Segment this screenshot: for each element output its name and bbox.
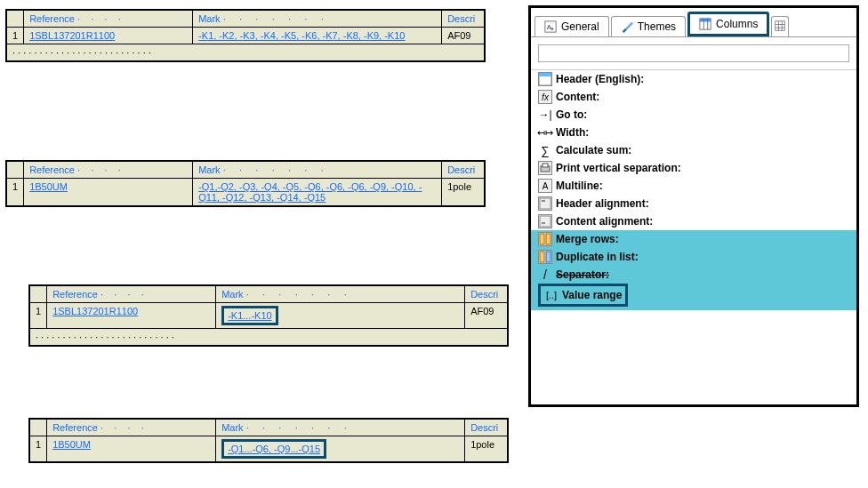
brush-icon xyxy=(621,20,633,33)
value-range-highlight: [..] Value range xyxy=(538,284,628,307)
rownum-header xyxy=(29,419,47,436)
width-icon: ↤↦ xyxy=(538,125,552,140)
col-mark-header[interactable]: Mark · · · · · · · xyxy=(193,161,442,179)
svg-rect-13 xyxy=(539,73,551,76)
prop-goto[interactable]: →| Go to: xyxy=(531,106,856,124)
reference-cell[interactable]: 1B50UM xyxy=(24,179,193,207)
bom-table-bottom-1: Reference · · · · Mark · · · · · · · Des… xyxy=(28,284,509,347)
separator-icon: / xyxy=(538,268,552,282)
reference-cell[interactable]: 1B50UM xyxy=(47,436,216,463)
rownum-header xyxy=(29,285,47,303)
table-row[interactable]: 1 1B50UM -Q1,-Q2, -Q3, -Q4, -Q5, -Q6, -Q… xyxy=(6,179,485,207)
tab-label: Columns xyxy=(716,18,758,30)
bom-table-top-2: Reference · · · · Mark · · · · · · · Des… xyxy=(5,160,486,207)
duplicate-icon xyxy=(538,250,552,264)
table-row[interactable]: 1 1SBL137201R1100 -K1, -K2, -K3, -K4, -K… xyxy=(6,28,485,44)
mark-cell[interactable]: -Q1,-Q2, -Q3, -Q4, -Q5, -Q6, -Q6, -Q6, -… xyxy=(193,179,442,207)
prop-merge-rows[interactable]: Merge rows: xyxy=(531,230,856,248)
svg-rect-4 xyxy=(700,19,711,22)
mark-cell[interactable]: -K1, -K2, -K3, -K4, -K5, -K6, -K7, -K8, … xyxy=(193,28,442,44)
prop-width[interactable]: ↤↦ Width: xyxy=(531,124,856,141)
prop-print-separation[interactable]: Print vertical separation: xyxy=(531,159,856,177)
col-reference-header[interactable]: Reference · · · · xyxy=(47,419,216,436)
properties-panel: Aa General Themes Columns xyxy=(528,5,859,407)
grid-icon xyxy=(775,20,785,33)
col-mark-header[interactable]: Mark · · · · · · · xyxy=(216,285,465,303)
tab-bar: Aa General Themes Columns xyxy=(531,8,856,37)
svg-rect-20 xyxy=(540,234,544,244)
description-cell: AF09 xyxy=(442,28,485,44)
col-description-header[interactable]: Descri xyxy=(442,161,485,179)
bom-table-bottom-2: Reference · · · · Mark · · · · · · · Des… xyxy=(28,418,509,463)
mark-cell[interactable]: -K1...-K10 xyxy=(216,303,465,329)
sigma-icon: ∑ xyxy=(538,143,552,157)
description-cell: AF09 xyxy=(465,303,508,329)
align-content-icon xyxy=(538,214,552,228)
rownum-cell: 1 xyxy=(29,303,47,329)
prop-content[interactable]: fx Content: xyxy=(531,88,856,106)
description-cell: 1pole xyxy=(442,179,485,207)
svg-rect-23 xyxy=(546,252,551,262)
prop-duplicate-in-list[interactable]: Duplicate in list: xyxy=(531,248,856,266)
mark-range-highlight: -K1...-K10 xyxy=(221,306,278,325)
merge-icon xyxy=(538,232,552,246)
spacer: · · · · · · · · · · · · · · · · · · · · … xyxy=(29,329,508,347)
spacer: · · · · · · · · · · · · · · · · · · · · … xyxy=(6,44,485,62)
text-icon: Aa xyxy=(544,20,557,33)
svg-rect-19 xyxy=(542,222,545,224)
goto-arrow-icon: →| xyxy=(538,108,552,122)
prop-header-alignment[interactable]: Header alignment: xyxy=(531,195,856,212)
prop-calculate-sum[interactable]: ∑ Calculate sum: xyxy=(531,141,856,159)
col-description-header[interactable]: Descri xyxy=(442,10,485,28)
col-description-header[interactable]: Descri xyxy=(465,419,508,436)
tab-label: General xyxy=(561,20,599,33)
tab-columns[interactable]: Columns xyxy=(687,12,769,36)
svg-rect-17 xyxy=(542,200,545,202)
mark-cell[interactable]: -Q1...-Q6, -Q9...-Q15 xyxy=(216,436,465,463)
svg-rect-15 xyxy=(542,164,548,167)
rownum-cell: 1 xyxy=(6,179,24,207)
prop-value-range[interactable]: [..] Value range xyxy=(531,284,856,310)
rownum-header xyxy=(6,10,24,28)
align-header-icon xyxy=(538,196,552,211)
range-icon: [..] xyxy=(544,288,559,302)
description-cell: 1pole xyxy=(465,436,508,463)
svg-rect-7 xyxy=(776,21,785,31)
col-reference-header[interactable]: Reference · · · · xyxy=(47,285,216,303)
tab-label: Themes xyxy=(638,20,676,33)
prop-header[interactable]: Header (English): xyxy=(531,70,856,88)
mark-range-highlight: -Q1...-Q6, -Q9...-Q15 xyxy=(221,439,326,459)
filter-input[interactable] xyxy=(538,44,849,62)
print-icon xyxy=(538,161,552,175)
prop-separator[interactable]: / Separator: xyxy=(531,266,856,284)
reference-cell[interactable]: 1SBL137201R1100 xyxy=(24,28,193,44)
bom-table-top-1: Reference · · · · Mark · · · · · · · Des… xyxy=(5,9,486,62)
col-mark-header[interactable]: Mark · · · · · · · xyxy=(193,10,442,28)
rownum-header xyxy=(6,161,24,179)
table-header-icon xyxy=(538,72,552,86)
prop-multiline[interactable]: A Multiline: xyxy=(531,177,856,195)
columns-icon xyxy=(699,18,711,30)
tab-more[interactable] xyxy=(771,16,789,36)
fx-icon: fx xyxy=(538,90,552,104)
svg-rect-21 xyxy=(546,234,551,244)
prop-content-alignment[interactable]: Content alignment: xyxy=(531,212,856,230)
multiline-icon: A xyxy=(538,179,552,193)
tab-general[interactable]: Aa General xyxy=(534,16,609,36)
reference-cell[interactable]: 1SBL137201R1100 xyxy=(47,303,216,329)
table-row[interactable]: 1 1B50UM -Q1...-Q6, -Q9...-Q15 1pole xyxy=(29,436,508,463)
property-list: Header (English): fx Content: →| Go to: … xyxy=(531,69,856,310)
col-reference-header[interactable]: Reference · · · · xyxy=(24,10,193,28)
rownum-cell: 1 xyxy=(29,436,47,463)
table-row[interactable]: 1 1SBL137201R1100 -K1...-K10 AF09 xyxy=(29,303,508,329)
svg-rect-18 xyxy=(540,216,551,227)
col-mark-header[interactable]: Mark · · · · · · · xyxy=(216,419,465,436)
svg-rect-22 xyxy=(540,252,544,262)
tab-themes[interactable]: Themes xyxy=(611,16,686,36)
svg-text:a: a xyxy=(551,25,554,31)
svg-rect-16 xyxy=(540,198,551,209)
col-reference-header[interactable]: Reference · · · · xyxy=(24,161,193,179)
col-description-header[interactable]: Descri xyxy=(465,285,508,303)
rownum-cell: 1 xyxy=(6,28,24,44)
